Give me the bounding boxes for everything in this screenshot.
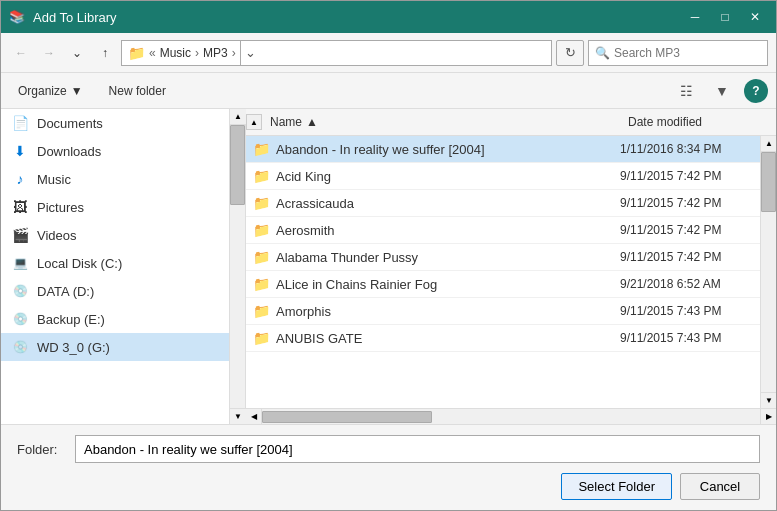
file-name-1: Acid King [276,169,620,184]
file-name-3: Aerosmith [276,223,620,238]
file-date-0: 1/11/2016 8:34 PM [620,142,760,156]
sidebar-content: 📄 Documents ⬇ Downloads ♪ Music 🖼 Pictur… [1,109,229,424]
file-row-2[interactable]: 📁 Acrassicauda 9/11/2015 7:42 PM [246,190,760,217]
file-row-6[interactable]: 📁 Amorphis 9/11/2015 7:43 PM [246,298,760,325]
h-scroll-left[interactable]: ◀ [246,409,262,425]
sidebar-item-backup-e-label: Backup (E:) [37,312,105,327]
sidebar-scroll-track [230,125,245,408]
file-name-4: Alabama Thunder Pussy [276,250,620,265]
sidebar-item-videos[interactable]: 🎬 Videos [1,221,229,249]
data-d-icon: 💿 [11,282,29,300]
sidebar-scroll-down[interactable]: ▼ [230,408,246,424]
path-dropdown-button[interactable]: ⌄ [240,40,260,66]
sidebar-item-data-d[interactable]: 💿 DATA (D:) [1,277,229,305]
h-scroll-thumb[interactable] [262,411,432,423]
cancel-button[interactable]: Cancel [680,473,760,500]
file-list-header-scroll[interactable]: ▲ [246,114,262,130]
folder-icon-1: 📁 [246,168,276,184]
file-row-4[interactable]: 📁 Alabama Thunder Pussy 9/11/2015 7:42 P… [246,244,760,271]
sidebar-item-downloads[interactable]: ⬇ Downloads [1,137,229,165]
sort-asc-icon: ▲ [306,115,318,129]
minimize-button[interactable]: ─ [682,7,708,27]
recent-button[interactable]: ⌄ [65,41,89,65]
close-button[interactable]: ✕ [742,7,768,27]
file-list-with-scroll: 📁 Abandon - In reality we suffer [2004] … [246,136,776,408]
file-list-scrollbar[interactable]: ▲ ▼ [760,136,776,408]
sidebar-item-documents[interactable]: 📄 Documents [1,109,229,137]
sidebar-item-music-label: Music [37,172,71,187]
folder-icon-7: 📁 [246,330,276,346]
file-list-scroll-up[interactable]: ▲ [761,136,776,152]
file-row-5[interactable]: 📁 ALice in Chains Rainier Fog 9/21/2018 … [246,271,760,298]
path-separator-2: › [195,46,199,60]
sidebar-item-videos-label: Videos [37,228,77,243]
organize-chevron-icon: ▼ [71,84,83,98]
file-name-0: Abandon - In reality we suffer [2004] [276,142,620,157]
file-name-6: Amorphis [276,304,620,319]
folder-icon-5: 📁 [246,276,276,292]
maximize-button[interactable]: □ [712,7,738,27]
file-list-scroll-track [761,152,776,392]
forward-button[interactable]: → [37,41,61,65]
sidebar-item-local-disk-c[interactable]: 💻 Local Disk (C:) [1,249,229,277]
pictures-icon: 🖼 [11,198,29,216]
toolbar: Organize ▼ New folder ☷ ▼ ? [1,73,776,109]
bottom-area: Folder: Select Folder Cancel [1,424,776,510]
refresh-button[interactable]: ↻ [556,40,584,66]
file-list-scroll-down[interactable]: ▼ [761,392,776,408]
file-date-7: 9/11/2015 7:43 PM [620,331,760,345]
search-input[interactable] [614,46,764,60]
file-date-4: 9/11/2015 7:42 PM [620,250,760,264]
sidebar-scrollbar[interactable]: ▲ ▼ [229,109,245,424]
folder-icon-3: 📁 [246,222,276,238]
wd-g-icon: 💿 [11,338,29,356]
up-button[interactable]: ↑ [93,41,117,65]
dialog-title: Add To Library [33,10,682,25]
sidebar-item-backup-e[interactable]: 💿 Backup (E:) [1,305,229,333]
sidebar-item-music[interactable]: ♪ Music [1,165,229,193]
column-date-modified[interactable]: Date modified [620,113,760,131]
file-list: 📁 Abandon - In reality we suffer [2004] … [246,136,760,408]
documents-icon: 📄 [11,114,29,132]
file-date-1: 9/11/2015 7:42 PM [620,169,760,183]
sidebar-item-local-disk-c-label: Local Disk (C:) [37,256,122,271]
sidebar-item-documents-label: Documents [37,116,103,131]
view-options-button[interactable]: ▼ [708,78,736,104]
file-row-7[interactable]: 📁 ANUBIS GATE 9/11/2015 7:43 PM [246,325,760,352]
file-list-scroll-thumb[interactable] [761,152,776,212]
folder-icon-0: 📁 [246,141,276,157]
sidebar-item-wd-g[interactable]: 💿 WD 3_0 (G:) [1,333,229,361]
file-row-3[interactable]: 📁 Aerosmith 9/11/2015 7:42 PM [246,217,760,244]
back-button[interactable]: ← [9,41,33,65]
main-content: 📄 Documents ⬇ Downloads ♪ Music 🖼 Pictur… [1,109,776,424]
column-name[interactable]: Name ▲ [262,113,620,131]
path-bar[interactable]: 📁 « Music › MP3 › ⌄ [121,40,552,66]
h-scroll-right[interactable]: ▶ [760,409,776,425]
organize-button[interactable]: Organize ▼ [9,80,92,102]
sidebar-item-pictures-label: Pictures [37,200,84,215]
file-row-1[interactable]: 📁 Acid King 9/11/2015 7:42 PM [246,163,760,190]
file-date-3: 9/11/2015 7:42 PM [620,223,760,237]
folder-icon-4: 📁 [246,249,276,265]
view-button[interactable]: ☷ [672,78,700,104]
column-name-label: Name [270,115,302,129]
folder-input[interactable] [75,435,760,463]
sidebar-scroll-up[interactable]: ▲ [230,109,246,125]
h-scrollbar: ◀ ▶ [246,408,776,424]
dialog-icon: 📚 [9,9,25,25]
file-date-6: 9/11/2015 7:43 PM [620,304,760,318]
sidebar-item-pictures[interactable]: 🖼 Pictures [1,193,229,221]
file-list-header: ▲ Name ▲ Date modified [246,109,776,136]
file-name-2: Acrassicauda [276,196,620,211]
help-button[interactable]: ? [744,79,768,103]
file-row-0[interactable]: 📁 Abandon - In reality we suffer [2004] … [246,136,760,163]
file-date-2: 9/11/2015 7:42 PM [620,196,760,210]
path-folder-icon: 📁 [128,45,145,61]
new-folder-button[interactable]: New folder [100,80,175,102]
sidebar-scroll-thumb[interactable] [230,125,245,205]
organize-label: Organize [18,84,67,98]
path-separator-1: « [149,46,156,60]
sidebar-item-wd-g-label: WD 3_0 (G:) [37,340,110,355]
select-folder-button[interactable]: Select Folder [561,473,672,500]
file-list-container: ▲ Name ▲ Date modified 📁 Abandon - In re… [246,109,776,424]
